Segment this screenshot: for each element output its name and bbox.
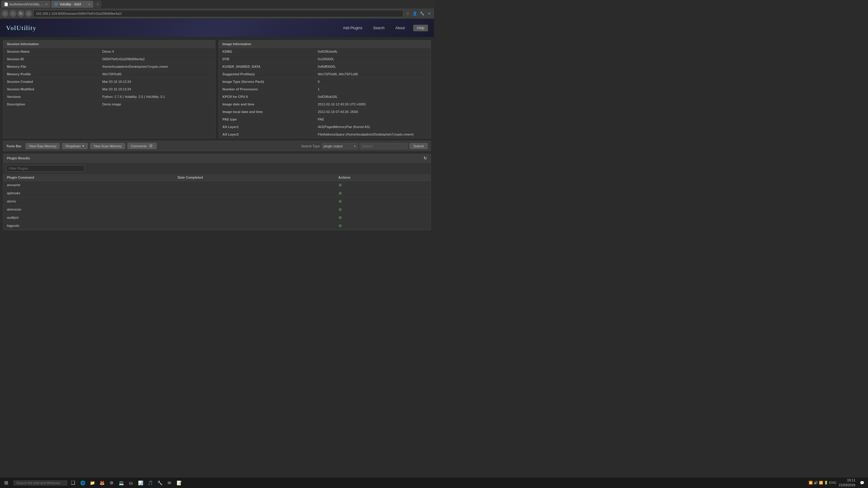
run-icon-atoms[interactable]: ⊕ bbox=[338, 199, 342, 204]
bookmark-icon[interactable]: ☆ bbox=[404, 10, 410, 17]
submit-button[interactable]: Submit bbox=[410, 143, 428, 149]
session-created-label: Session Created bbox=[3, 78, 98, 86]
session-id-label: Session ID bbox=[3, 56, 98, 63]
kuser-shared-data-value: 0xffdff0000L bbox=[314, 63, 431, 70]
plugin-row-bigpools: bigpools ⊕ bbox=[3, 222, 431, 230]
nav-search[interactable]: Search bbox=[371, 25, 387, 31]
plugin-action-amcache: ⊕ bbox=[335, 181, 431, 189]
description-label: Description bbox=[3, 101, 98, 108]
new-tab-button[interactable]: + bbox=[94, 1, 101, 8]
home-button[interactable]: ⌂ bbox=[25, 10, 32, 17]
run-icon-atomscan[interactable]: ⊕ bbox=[338, 207, 342, 212]
tab-2-close[interactable]: ✕ bbox=[88, 3, 90, 6]
view-raw-memory-button[interactable]: View Raw Memory bbox=[26, 143, 60, 149]
plugin-date-auditpol bbox=[174, 214, 335, 222]
tab-2[interactable]: VolUtility · VolUI ✕ bbox=[51, 1, 93, 8]
num-processors-row: Number of Processors 1 bbox=[219, 86, 431, 93]
suggested-profiles-value: Win7SP0x86, Win7SP1x86 bbox=[314, 70, 431, 78]
kuser-shared-data-row: KUSER_SHARED_DATA 0xffdff0000L bbox=[219, 63, 431, 70]
memory-profile-label: Memory Profile bbox=[3, 70, 98, 78]
image-info-table: KDBG 0x8296cbe8L DTB 0x185000L KUSER_SHA… bbox=[219, 48, 431, 138]
tab-2-favicon bbox=[54, 2, 58, 6]
as-layer2-label: AS Layer2 bbox=[219, 131, 314, 138]
kdbg-value: 0x8296cbe8L bbox=[314, 48, 431, 56]
dropdown-arrow-icon: ▼ bbox=[82, 144, 85, 148]
dtb-label: DTB bbox=[219, 56, 314, 63]
plugin-table-head: Plugin Command Date Completed Actions bbox=[3, 174, 431, 181]
kpcr-value: 0x8296dc00L bbox=[314, 93, 431, 101]
plugin-action-atomscan: ⊕ bbox=[335, 205, 431, 214]
plugin-name-bigpools: bigpools bbox=[3, 222, 174, 230]
session-name-label: Session Name bbox=[3, 48, 98, 56]
session-id-value: 56f047fe8142a208b80be4a2 bbox=[98, 56, 215, 63]
plugin-table-body: amcache ⊕ apihooks ⊕ atoms ⊕ atomscan bbox=[3, 181, 431, 230]
search-type-section: Search Type plugin output raw memory yar… bbox=[301, 143, 428, 149]
refresh-icon[interactable]: ↻ bbox=[424, 156, 427, 161]
suggested-profiles-label: Suggested Profile(s) bbox=[219, 70, 314, 78]
plugin-name-auditpol: auditpol bbox=[3, 214, 174, 222]
nav-add-plugins[interactable]: Add Plugins bbox=[341, 25, 365, 31]
info-panels-row: Session Information Session Name Demo 4 … bbox=[3, 40, 431, 138]
filter-plugins-input[interactable] bbox=[6, 165, 85, 172]
back-button[interactable]: ‹ bbox=[2, 10, 8, 17]
nav-about[interactable]: About bbox=[393, 25, 407, 31]
image-type-row: Image Type (Service Pack) 0 bbox=[219, 78, 431, 86]
run-icon-apihooks[interactable]: ⊕ bbox=[338, 191, 342, 195]
memory-profile-row: Memory Profile Win7SP0x86 bbox=[3, 70, 215, 78]
run-icon-auditpol[interactable]: ⊕ bbox=[338, 215, 342, 220]
image-datetime-label: Image date and time bbox=[219, 101, 314, 108]
comments-button[interactable]: Comments 0 bbox=[127, 143, 157, 149]
run-icon-bigpools[interactable]: ⊕ bbox=[338, 223, 342, 228]
address-bar[interactable]: 192.168.1.104:8000/session/56f047fe8142a… bbox=[33, 10, 403, 17]
as-layer1-value: IA32PagedMemoryPae (Kernel AS) bbox=[314, 123, 431, 131]
suggested-profiles-row: Suggested Profile(s) Win7SP0x86, Win7SP1… bbox=[219, 70, 431, 78]
num-processors-label: Number of Processors bbox=[219, 86, 314, 93]
plugin-name-atoms: atoms bbox=[3, 197, 174, 205]
extension-icon[interactable]: 🔧 bbox=[419, 10, 425, 17]
plugin-name-amcache: amcache bbox=[3, 181, 174, 189]
yara-scan-button[interactable]: Yara Scan Memory bbox=[90, 143, 125, 149]
session-info-table: Session Name Demo 4 Session ID 56f047fe8… bbox=[3, 48, 215, 108]
pae-type-value: PAE bbox=[314, 116, 431, 123]
plugin-results-panel: Plugin Results ↻ Plugin Command Date Com… bbox=[3, 154, 431, 230]
plugin-table: Plugin Command Date Completed Actions am… bbox=[3, 174, 431, 230]
image-info-header: Image Information bbox=[219, 40, 431, 48]
search-type-select[interactable]: plugin output raw memory yara bbox=[321, 143, 358, 149]
versions-value: Python: 2.7.6 | Volatility: 2.5 | VolUti… bbox=[98, 93, 215, 101]
plugin-date-atoms bbox=[174, 197, 335, 205]
browser-chrome: 📄 kevthehermit/VolUtility: ... ✕ VolUtil… bbox=[0, 0, 434, 19]
tab-1-close[interactable]: ✕ bbox=[45, 3, 48, 6]
nav-bar: ‹ › ↻ ⌂ 192.168.1.104:8000/session/56f04… bbox=[0, 8, 434, 19]
tab-1-label: kevthehermit/VolUtility: ... bbox=[10, 3, 43, 6]
plugin-date-atomscan bbox=[174, 205, 335, 214]
tools-bar-label: Tools Bar bbox=[6, 144, 22, 148]
image-local-datetime-label: Image local date and time bbox=[219, 108, 314, 116]
dropdown-label: Dropdown bbox=[65, 144, 81, 148]
menu-icon[interactable]: ≡ bbox=[426, 10, 432, 17]
nav-help[interactable]: Help bbox=[413, 25, 428, 31]
search-bar-input[interactable] bbox=[360, 143, 408, 149]
plugin-row-apihooks: apihooks ⊕ bbox=[3, 189, 431, 197]
plugin-action-atoms: ⊕ bbox=[335, 197, 431, 205]
nav-icons-right: ☆ 👤 🔧 ≡ bbox=[404, 10, 432, 17]
plugin-row-auditpol: auditpol ⊕ bbox=[3, 214, 431, 222]
app-nav: Add Plugins Search About Help bbox=[341, 25, 428, 31]
kdbg-row: KDBG 0x8296cbe8L bbox=[219, 48, 431, 56]
kuser-shared-data-label: KUSER_SHARED_DATA bbox=[219, 63, 314, 70]
reload-button[interactable]: ↻ bbox=[18, 10, 24, 17]
plugin-date-bigpools bbox=[174, 222, 335, 230]
session-modified-label: Session Modified bbox=[3, 86, 98, 93]
dropdown-button[interactable]: Dropdown ▼ bbox=[62, 143, 88, 149]
dtb-row: DTB 0x185000L bbox=[219, 56, 431, 63]
user-icon[interactable]: 👤 bbox=[412, 10, 418, 17]
tab-1[interactable]: 📄 kevthehermit/VolUtility: ... ✕ bbox=[1, 1, 51, 8]
forward-button[interactable]: › bbox=[10, 10, 16, 17]
plugin-name-apihooks: apihooks bbox=[3, 189, 174, 197]
address-text: 192.168.1.104:8000/session/56f047fe8142a… bbox=[36, 12, 122, 15]
memory-file-value: /home/localadmin/Desktop/win7crypto.vmem bbox=[98, 63, 215, 70]
run-icon-amcache[interactable]: ⊕ bbox=[338, 183, 342, 187]
dtb-value: 0x185000L bbox=[314, 56, 431, 63]
comments-label: Comments bbox=[131, 144, 147, 148]
as-layer1-row: AS Layer1 IA32PagedMemoryPae (Kernel AS) bbox=[219, 123, 431, 131]
memory-file-row: Memory File /home/localadmin/Desktop/win… bbox=[3, 63, 215, 70]
